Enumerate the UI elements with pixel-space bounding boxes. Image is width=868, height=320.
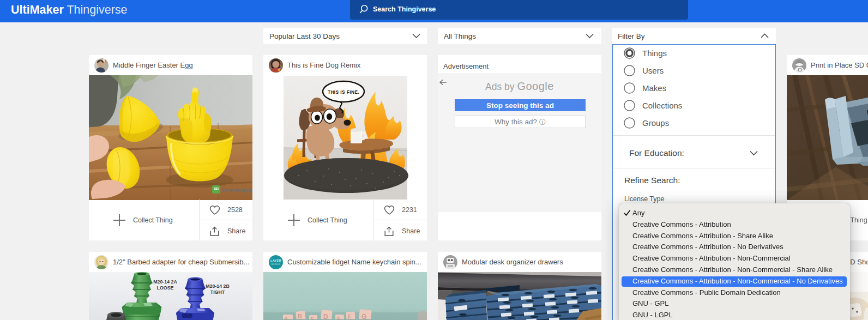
svg-text:THIS IS FINE.: THIS IS FINE. xyxy=(328,89,359,95)
svg-text:TIGHT: TIGHT xyxy=(210,289,225,295)
svg-text:MODELS: MODELS xyxy=(272,263,281,265)
svg-text:LAYER: LAYER xyxy=(270,259,281,262)
svg-text:M20-14 2A: M20-14 2A xyxy=(153,279,177,285)
svg-text:LOOSE: LOOSE xyxy=(157,285,174,291)
svg-text:M20-14 2B: M20-14 2B xyxy=(206,283,230,289)
svg-text:B: B xyxy=(298,313,302,319)
svg-text:Tomodesigns: Tomodesigns xyxy=(221,188,252,193)
